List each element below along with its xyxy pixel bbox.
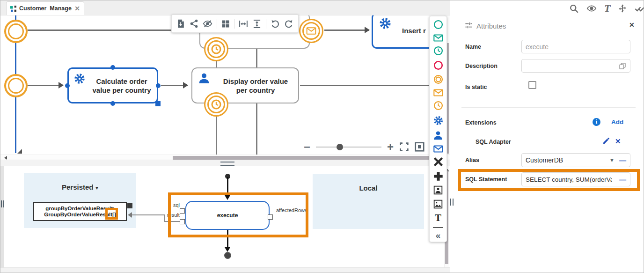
timer-icon — [207, 40, 225, 58]
double-check-icon[interactable] — [635, 3, 644, 14]
selection-handle[interactable] — [156, 83, 161, 88]
tab-customer-management[interactable]: Customer_Managem... ✕ — [6, 1, 84, 15]
local-label: Local — [313, 184, 424, 192]
zoom-in-button[interactable]: + — [387, 142, 394, 152]
toolbar-separator — [266, 19, 266, 29]
scrollbar-thumb[interactable] — [173, 156, 447, 160]
user-icon — [198, 72, 210, 84]
message-start-event-icon[interactable] — [433, 34, 443, 42]
persisted-header[interactable]: Persisted ▾ — [24, 183, 136, 192]
right-resize-grip[interactable] — [450, 199, 454, 206]
share-icon[interactable] — [190, 19, 198, 28]
sliders-icon — [464, 21, 473, 30]
search-icon[interactable] — [569, 4, 579, 14]
edit-pencil-icon[interactable] — [602, 137, 610, 145]
bottom-strip — [0, 267, 450, 273]
bpmn-canvas[interactable]: New customer Insert r Calculate order va… — [0, 15, 450, 155]
zoom-controls: − + — [304, 142, 424, 152]
zoom-out-button[interactable]: − — [304, 142, 310, 152]
exclusive-gateway-icon[interactable] — [433, 157, 443, 167]
sql-adapter-label: SQL Adapter — [476, 139, 511, 145]
annotation-highlight-execute-node — [168, 192, 308, 237]
name-value: execute — [526, 43, 549, 51]
data-flow-edge[interactable] — [164, 214, 165, 221]
add-extension-button[interactable]: Add — [611, 118, 623, 125]
undo-icon[interactable] — [271, 19, 280, 29]
fit-width-icon[interactable] — [239, 19, 248, 29]
text-icon[interactable]: T — [604, 4, 610, 13]
image-annotation-icon[interactable] — [433, 199, 443, 209]
sequence-flow[interactable] — [28, 85, 63, 86]
intermediate-event-inner-ring — [8, 23, 24, 39]
intermediate-event-icon[interactable] — [433, 74, 443, 84]
selection-handle[interactable] — [65, 83, 70, 88]
portrait-annotation-icon[interactable] — [433, 185, 443, 195]
close-icon[interactable]: ✕ — [74, 5, 80, 12]
description-input[interactable] — [521, 59, 630, 73]
toolbar-separator — [217, 19, 217, 29]
data-object-port[interactable] — [127, 203, 132, 208]
description-label: Description — [465, 63, 498, 69]
alias-select[interactable]: CustomerDB ▼ — — [521, 153, 630, 167]
eye-icon[interactable] — [586, 3, 597, 14]
export-document-icon[interactable] — [176, 19, 185, 28]
extensions-label: Extensions — [465, 119, 497, 126]
arrowhead — [128, 212, 132, 218]
hide-icon[interactable] — [203, 19, 212, 29]
selection-handle[interactable] — [110, 65, 115, 70]
chevron-down-icon[interactable]: ▼ — [609, 157, 615, 163]
text-annotation-icon[interactable]: T — [435, 213, 441, 222]
annotation-highlight-array-brackets — [105, 208, 118, 220]
service-task-icon[interactable] — [433, 115, 444, 126]
flow-end-node[interactable] — [224, 252, 231, 259]
task-label: Calculate order value per country — [88, 77, 155, 95]
is-static-checkbox[interactable] — [528, 81, 536, 89]
move-icon[interactable] — [618, 4, 627, 13]
user-task-icon[interactable] — [433, 130, 443, 140]
selection-handle[interactable] — [110, 101, 115, 106]
info-icon[interactable]: i — [593, 118, 600, 126]
scroll-left-arrow[interactable] — [2, 156, 7, 160]
copy-icon[interactable] — [619, 62, 626, 70]
arrowhead — [59, 82, 64, 89]
task-label: Display order value per country — [218, 77, 293, 95]
arrowhead — [365, 27, 370, 33]
editor-top-icons: T — [569, 3, 644, 14]
sequence-flow[interactable] — [300, 85, 450, 86]
message-intermediate-event-icon[interactable] — [433, 89, 443, 96]
left-resize-grip[interactable] — [1, 200, 4, 207]
remove-adapter-icon[interactable]: ✕ — [615, 137, 621, 146]
fit-height-icon[interactable] — [252, 19, 262, 29]
annotation-highlight-sql-statement — [458, 169, 640, 191]
process-icon — [10, 6, 16, 12]
start-event-icon[interactable] — [433, 20, 443, 30]
selection-resize-handle[interactable] — [155, 101, 161, 106]
data-flow-edge[interactable] — [130, 214, 165, 215]
timer-intermediate-event-icon[interactable] — [433, 101, 443, 111]
grid-layout-icon[interactable] — [221, 20, 230, 28]
canvas-toolbar — [171, 15, 299, 33]
collapse-palette-icon[interactable]: « — [436, 232, 441, 239]
redo-icon[interactable] — [284, 19, 293, 29]
parallel-gateway-icon[interactable] — [433, 171, 443, 181]
shape-palette: T « — [429, 16, 447, 242]
task-calculate[interactable]: Calculate order value per country — [67, 67, 158, 103]
close-panel-icon[interactable]: ✕ — [629, 21, 635, 29]
end-event-icon[interactable] — [433, 60, 443, 70]
local-panel[interactable]: Local — [313, 174, 424, 229]
name-label: Name — [465, 44, 481, 50]
timer-icon — [207, 96, 225, 113]
attributes-title: Attributes — [476, 22, 506, 30]
name-input[interactable]: execute — [521, 40, 630, 53]
fit-selection-icon[interactable] — [415, 142, 424, 152]
timer-start-event-icon[interactable] — [433, 46, 443, 56]
send-task-icon[interactable] — [433, 145, 443, 153]
zoom-slider[interactable] — [316, 147, 381, 148]
sequence-flow[interactable] — [324, 30, 369, 31]
fit-screen-icon[interactable] — [399, 142, 409, 152]
remove-alias-icon[interactable]: — — [619, 156, 626, 164]
toolbar-separator — [234, 19, 234, 29]
alias-value: CustomerDB — [526, 156, 563, 164]
zoom-slider-knob[interactable] — [337, 144, 343, 150]
lane-collapse-handle[interactable] — [17, 149, 22, 154]
